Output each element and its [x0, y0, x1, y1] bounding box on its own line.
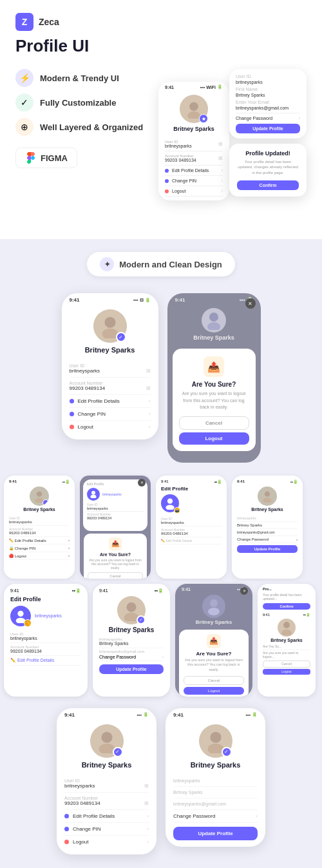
strip2-close-icon[interactable]: ✕	[240, 587, 248, 595]
svg-point-21	[281, 630, 292, 635]
svg-point-4	[209, 313, 218, 322]
svg-point-12	[265, 491, 270, 496]
svg-point-9	[91, 494, 97, 497]
bottom-phones-section: 9:41 ▪▪▪🔋 ✓ Britney Sparks User IDbritne…	[0, 702, 322, 865]
strip-row-2: 9:41▪▪🔋 Edit Profile ✏️ britneysparks Us…	[0, 581, 322, 702]
profile-phone-large: 9:41 ▪▪▪⊟🔋 ✓ Britney Sparks User ID	[62, 293, 158, 439]
strip2-phone-3: 9:41▪▪🔋 Britney Sparks ✕ 📤 Are You Sure?…	[175, 584, 252, 697]
bottom-edit-phone: 9:41 ▪▪▪🔋 ✓ Britney Sparks britneysparks…	[166, 708, 265, 847]
strip-phone-1: 9:41▪▪🔋 Britney Sparks User IDbritneyspa…	[4, 476, 75, 579]
svg-point-6	[37, 491, 42, 496]
lg-profile-name: Britney Sparks	[85, 346, 135, 354]
logout-icon: 📤	[204, 356, 224, 377]
figma-badge: FIGMA	[15, 148, 77, 168]
strip2-cancel-btn[interactable]: Cancel	[184, 676, 244, 685]
svg-point-8	[91, 490, 95, 494]
feature-item-layered: ⊕ Well Layered & Organized	[15, 118, 152, 136]
svg-point-5	[207, 322, 220, 330]
strip-close-icon[interactable]: ✕	[138, 479, 146, 487]
logout-title: Are You Sure?	[179, 381, 249, 388]
svg-point-0	[189, 102, 198, 111]
figma-label: FIGMA	[41, 153, 68, 163]
top-section: Z Zeca Profile UI ⚡ Modern & Trendy UI ✓…	[0, 0, 322, 239]
notif-title: Profile Updated!	[237, 150, 299, 157]
strip2-phone-4: Pro... Your profile detail has been upda…	[258, 584, 316, 697]
svg-point-20	[283, 622, 290, 628]
svg-point-11	[166, 505, 174, 510]
notif-text: Your profile detail has been updated, ch…	[237, 159, 299, 175]
brand-header: Z Zeca	[15, 13, 307, 31]
profile-phone-main: 9:41 ▪▪▪WiFi🔋	[158, 82, 229, 200]
cancel-button[interactable]: Cancel	[179, 416, 249, 430]
svg-point-10	[167, 498, 173, 503]
svg-point-2	[104, 317, 115, 328]
logout-phone: 9:41 ▪▪▪🔋 Britney Sparks ✕ 📤	[167, 293, 261, 463]
brand-name: Zeca	[39, 17, 59, 27]
confirm-button[interactable]: Confirm	[237, 180, 299, 190]
profile-name-small: Britney Sparks	[173, 126, 214, 132]
svg-point-22	[101, 731, 112, 742]
feature-icon-trendy: ⚡	[15, 69, 33, 87]
strip-phone-4: 9:41▪▪🔋 Britney Sparks britneysparks Bri…	[232, 476, 303, 579]
svg-point-16	[126, 602, 136, 612]
notification-popup: Profile Updated! Your profile detail has…	[229, 144, 307, 197]
feature-label-customizable: Fully Customizable	[40, 98, 116, 108]
svg-point-1	[187, 111, 200, 119]
divider-badge-text: Modern and Clean Design	[119, 260, 222, 269]
logout-text: Are you sure you want to logout from thi…	[179, 391, 249, 411]
strip2-logout-btn[interactable]: Logout	[184, 687, 244, 695]
strip2-phone-1: 9:41▪▪🔋 Edit Profile ✏️ britneysparks Us…	[4, 584, 88, 697]
feature-item-trendy: ⚡ Modern & Trendy UI	[15, 69, 152, 87]
strip-phone-3: 9:41▪▪🔋 Edit Profile 📷 User IDbritneyspa…	[156, 476, 227, 579]
feature-item-customizable: ✓ Fully Customizable	[15, 93, 152, 111]
svg-point-18	[210, 599, 218, 607]
page-title: Profile UI	[15, 36, 307, 56]
svg-point-24	[210, 731, 221, 742]
mid-phones-section: 9:41 ▪▪▪⊟🔋 ✓ Britney Sparks User ID	[0, 287, 322, 473]
feature-icon-layered: ⊕	[15, 118, 33, 136]
notification-phone: User ID britneysparks First Name Britney…	[229, 69, 307, 197]
badge-sparkle-icon: ✦	[100, 257, 114, 271]
bottom-badge-section: 📱 375 x 812px ✦ Available in iPhone X Sc…	[0, 865, 322, 869]
lg-avatar-badge: ✓	[116, 332, 126, 342]
features-list: ⚡ Modern & Trendy UI ✓ Fully Customizabl…	[15, 69, 152, 136]
brand-logo: Z	[15, 13, 33, 31]
strip-row-1: 9:41▪▪🔋 Britney Sparks User IDbritneyspa…	[0, 473, 322, 581]
svg-point-13	[263, 497, 271, 503]
divider-badge: ✦ Modern and Clean Design	[87, 252, 235, 276]
feature-label-layered: Well Layered & Organized	[40, 122, 143, 132]
svg-point-19	[208, 608, 220, 615]
bottom-profile-phone: 9:41 ▪▪▪🔋 ✓ Britney Sparks User IDbritne…	[57, 708, 156, 854]
modal-close-button[interactable]: ✕	[245, 298, 256, 309]
svg-point-14	[17, 610, 23, 616]
feature-icon-customizable: ✓	[15, 93, 33, 111]
logout-button[interactable]: Logout	[179, 432, 249, 445]
divider-section: ✦ Modern and Clean Design	[0, 239, 322, 287]
figma-logo-icon	[25, 152, 37, 164]
logout-dialog: 📤 Are You Sure? Are you sure you want to…	[173, 349, 256, 451]
strip2-phone-2: 9:41▪▪🔋 ✓ Britney Sparks britneysparks B…	[93, 584, 170, 697]
strip-phone-2: Edit Profile britneysparks User ID britn…	[80, 476, 151, 579]
feature-label-trendy: Modern & Trendy UI	[40, 73, 119, 83]
